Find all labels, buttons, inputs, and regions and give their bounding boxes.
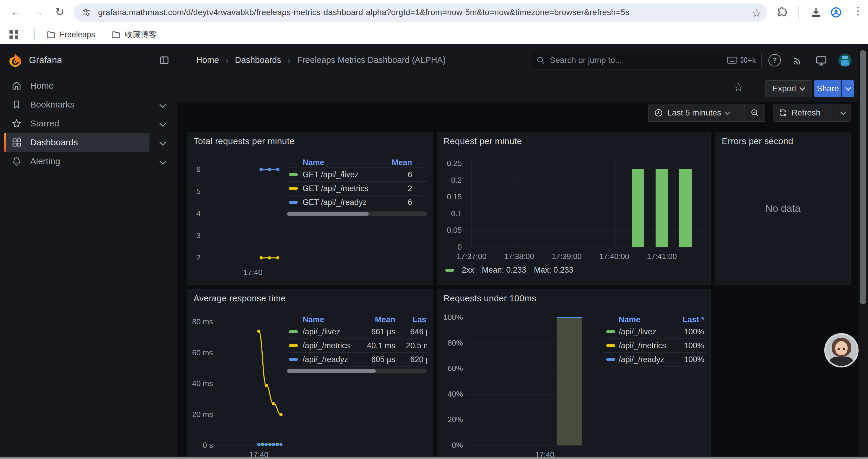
bookmark-star-icon[interactable]: ☆: [752, 6, 762, 20]
legend-value: 646 µs: [410, 327, 427, 336]
legend-series-name[interactable]: /api/_/readyz: [619, 355, 664, 364]
search-input[interactable]: Search or jump to... ⌘+k: [531, 51, 762, 69]
toolbar-divider: [798, 6, 799, 19]
legend-series-swatch[interactable]: [289, 201, 298, 204]
legend-series-swatch[interactable]: [289, 173, 298, 176]
back-icon[interactable]: ←: [8, 4, 24, 20]
legend-column-header[interactable]: Last *: [412, 315, 427, 324]
share-button[interactable]: Share: [814, 80, 841, 97]
share-menu-button[interactable]: [842, 80, 854, 97]
bar-2xx[interactable]: [632, 169, 644, 247]
app-header: Grafana Home › Dashboards › Freeleaps Me…: [0, 44, 868, 76]
legend-table: NameMeanGET /api/_/livez6GET /api/_/metr…: [286, 157, 427, 219]
favorite-star-icon[interactable]: ☆: [733, 80, 744, 94]
address-bar[interactable]: grafana.mathmast.com/d/deytv4rwavabkb/fr…: [74, 3, 767, 22]
legend-series-swatch[interactable]: [289, 187, 298, 190]
legend-series-name[interactable]: /api/_/metrics: [619, 341, 666, 350]
sidebar-item-bookmarks[interactable]: Bookmarks: [0, 95, 177, 114]
chevron-down-icon[interactable]: [159, 101, 166, 108]
y-axis-tick: 0%: [437, 441, 463, 450]
export-button[interactable]: Export: [765, 80, 812, 97]
assistant-avatar[interactable]: [824, 333, 859, 367]
chevron-down-icon[interactable]: [159, 120, 166, 127]
legend-series-name[interactable]: /api/_/livez: [619, 327, 656, 336]
no-data-message: No data: [715, 132, 850, 285]
user-avatar[interactable]: [838, 54, 851, 67]
panel-title[interactable]: Total requests per minute: [193, 136, 294, 146]
bar-2xx[interactable]: [679, 169, 692, 247]
legend-series-swatch[interactable]: [606, 344, 615, 347]
legend-value: 2: [408, 184, 412, 193]
grafana-logo-icon[interactable]: [8, 53, 23, 67]
site-settings-icon[interactable]: [82, 7, 92, 18]
chevron-down-icon[interactable]: [159, 139, 166, 146]
breadcrumb-home[interactable]: Home: [196, 55, 219, 65]
legend-series-swatch[interactable]: [289, 358, 298, 361]
legend-series-swatch[interactable]: [289, 344, 298, 347]
y-axis-tick: 0.2: [437, 176, 462, 185]
avatar-eye: [838, 348, 840, 350]
legend-series-swatch[interactable]: [289, 330, 298, 333]
brand-title[interactable]: Grafana: [29, 44, 62, 76]
y-axis-tick: 0.1: [437, 209, 462, 218]
area-100pct[interactable]: [557, 318, 582, 446]
legend-series-name[interactable]: /api/_/livez: [303, 327, 340, 336]
legend-column-header[interactable]: Mean: [392, 158, 412, 167]
legend-series-swatch[interactable]: [606, 330, 615, 333]
sidebar-item-starred[interactable]: Starred: [0, 114, 177, 133]
keyboard-icon: [727, 57, 737, 64]
legend-column-header[interactable]: Last *: [682, 315, 704, 324]
legend-scrollbar-thumb[interactable]: [287, 212, 369, 216]
reload-icon[interactable]: ↻: [52, 4, 68, 20]
h-gridline: [204, 214, 282, 214]
legend-column-header[interactable]: Name: [619, 315, 641, 324]
dock-menu-icon[interactable]: [159, 55, 169, 66]
legend-column-header[interactable]: Name: [303, 315, 324, 324]
panel-title[interactable]: Average response time: [193, 293, 286, 303]
panel-title[interactable]: Request per minute: [443, 136, 522, 146]
extensions-icon[interactable]: [776, 6, 788, 18]
legend-series-name[interactable]: GET /api/_/livez: [303, 170, 359, 179]
legend-series-name[interactable]: GET /api/_/metrics: [303, 184, 368, 193]
legend-column-header[interactable]: Mean: [375, 315, 395, 324]
legend-series-name[interactable]: GET /api/_/readyz: [303, 198, 367, 207]
help-icon[interactable]: ?: [769, 54, 781, 66]
sidebar-item-alerting[interactable]: Alerting: [0, 152, 177, 171]
legend-series-name[interactable]: /api/_/readyz: [303, 355, 348, 364]
legend-series-swatch[interactable]: [606, 358, 615, 361]
h-gridline: [204, 236, 282, 236]
downloads-icon[interactable]: [810, 6, 822, 18]
legend-column-header[interactable]: Name: [303, 158, 324, 167]
legend-series-swatch[interactable]: [445, 269, 454, 272]
forward-icon[interactable]: →: [30, 4, 46, 20]
time-range-picker[interactable]: Last 5 minutes: [649, 104, 745, 121]
panel-title[interactable]: Requests under 100ms: [443, 293, 536, 303]
legend-value: 605 µs: [371, 355, 395, 364]
bar-2xx[interactable]: [656, 169, 668, 247]
bookmark-folder-freeleaps[interactable]: Freeleaps: [41, 27, 100, 42]
browser-menu-icon[interactable]: ⋮: [852, 5, 864, 17]
apps-grid-icon[interactable]: [9, 30, 18, 39]
legend-scrollbar-thumb[interactable]: [287, 369, 376, 373]
bookmark-folder-blogs[interactable]: 收藏博客: [106, 27, 161, 42]
page-scrollbar-thumb[interactable]: [860, 50, 866, 304]
legend-series-name[interactable]: /api/_/metrics: [303, 341, 350, 350]
zoom-out-button[interactable]: [745, 104, 765, 121]
news-rss-icon[interactable]: [793, 55, 805, 67]
refresh-button[interactable]: Refresh: [773, 104, 836, 121]
refresh-interval-button[interactable]: [836, 104, 850, 121]
profile-icon[interactable]: [830, 6, 842, 18]
zoom-out-icon: [750, 108, 760, 118]
y-axis-tick: 20%: [437, 415, 463, 424]
y-axis-tick: 4: [187, 209, 200, 218]
url-text[interactable]: grafana.mathmast.com/d/deytv4rwavabkb/fr…: [98, 8, 629, 17]
legend-series-name[interactable]: 2xx: [462, 266, 474, 275]
chevron-down-icon[interactable]: [159, 158, 166, 165]
browser-toolbar: ← → ↻ grafana.mathmast.com/d/deytv4rwava…: [0, 0, 868, 25]
sidebar-item-dashboards[interactable]: Dashboards: [0, 133, 177, 152]
y-axis-tick: 5: [187, 187, 200, 196]
breadcrumb-dashboards[interactable]: Dashboards: [235, 55, 281, 65]
sidebar-item-home[interactable]: Home: [0, 76, 177, 95]
grafana-app: Grafana Home › Dashboards › Freeleaps Me…: [0, 44, 868, 459]
monitor-icon[interactable]: [815, 56, 828, 68]
